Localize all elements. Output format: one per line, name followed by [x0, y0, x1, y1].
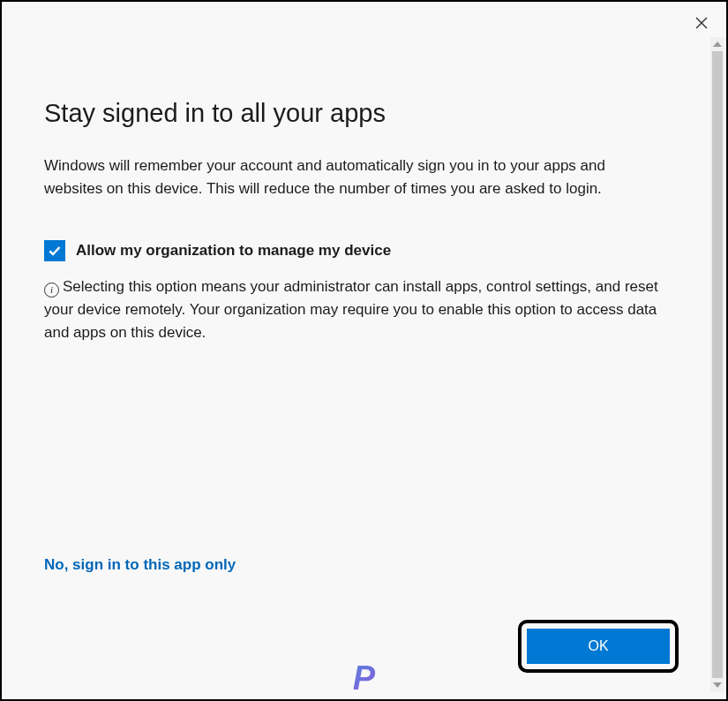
dialog-content: Stay signed in to all your apps Windows …	[2, 2, 710, 699]
manage-device-option: Allow my organization to manage my devic…	[44, 240, 662, 261]
scroll-up-arrow-icon[interactable]	[710, 37, 724, 51]
dialog-title: Stay signed in to all your apps	[44, 99, 662, 128]
sign-in-app-only-link[interactable]: No, sign in to this app only	[44, 556, 679, 574]
scrollbar-thumb[interactable]	[712, 51, 723, 678]
vertical-scrollbar[interactable]	[710, 37, 724, 692]
info-icon: i	[44, 283, 59, 298]
manage-device-label: Allow my organization to manage my devic…	[76, 242, 391, 260]
option-description-text: Selecting this option means your adminis…	[44, 278, 658, 342]
checkmark-icon	[48, 244, 62, 258]
manage-device-checkbox[interactable]	[44, 240, 65, 261]
dialog-footer: No, sign in to this app only OK	[44, 556, 679, 673]
scroll-down-arrow-icon[interactable]	[710, 678, 724, 692]
dialog-window: Stay signed in to all your apps Windows …	[0, 0, 728, 701]
dialog-description: Windows will remember your account and a…	[44, 155, 662, 201]
ok-button-highlight: OK	[518, 620, 679, 673]
option-description: iSelecting this option means your admini…	[44, 275, 662, 345]
ok-button[interactable]: OK	[527, 629, 670, 664]
